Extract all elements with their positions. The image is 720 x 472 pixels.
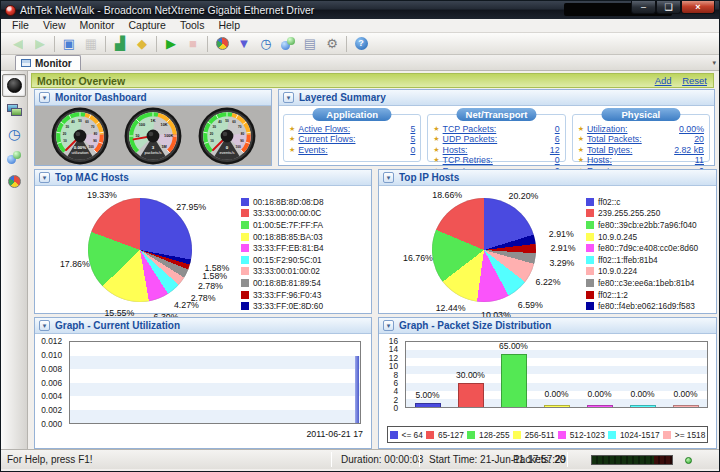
separator — [331, 452, 332, 467]
menu-item-file[interactable]: File — [5, 19, 36, 32]
report-button[interactable]: ▤ — [299, 34, 321, 53]
summary-value: 6 — [555, 134, 560, 144]
back-button[interactable]: ◀ — [7, 34, 29, 53]
y-axis-labels: 1614121086420 — [379, 341, 401, 408]
legend-label: fe80::39cb:e2bb:7a96:f040 — [598, 220, 697, 230]
menu-item-view[interactable]: View — [36, 19, 73, 32]
settings-gear-button[interactable]: ⚙ — [321, 34, 343, 53]
menu-item-monitor[interactable]: Monitor — [73, 19, 122, 32]
sidebar-options-balls-button[interactable] — [2, 146, 26, 169]
panel-header: ▾ Graph - Current Utilization — [35, 318, 371, 334]
summary-link[interactable]: Hosts: — [443, 145, 468, 155]
x-axis-label: 2011-06-21 17 — [306, 429, 363, 439]
forward-button[interactable]: ▶ — [29, 34, 51, 53]
statistics-pie-button[interactable] — [211, 34, 233, 53]
pie-slice-label: 20.20% — [509, 191, 539, 201]
legend-item: 33:33:00:00:00:0C — [241, 208, 367, 220]
scheduler-clock-button[interactable]: ◷ — [255, 34, 277, 53]
pie-slice-label: 17.86% — [60, 259, 90, 269]
summary-value: 0.00% — [679, 124, 704, 134]
star-bullet-icon: ★ — [433, 145, 439, 155]
pie-plot: 27.95%1.58%1.58%2.78%2.78%4.27%6.30%15.5… — [35, 186, 245, 314]
legend-item: <= 64 — [390, 429, 423, 441]
bar-value-label: 30.00% — [456, 370, 485, 380]
export-chart-button[interactable]: ▟ — [109, 34, 131, 53]
save-button[interactable]: ▦ — [80, 34, 102, 53]
menu-item-tools[interactable]: Tools — [173, 19, 212, 32]
export-chart-icon: ▟ — [115, 37, 125, 50]
summary-link[interactable]: Current Flows: — [298, 134, 355, 144]
options-balls-button[interactable] — [277, 34, 299, 53]
legend-swatch — [586, 291, 594, 299]
summary-link[interactable]: Total Packets: — [587, 134, 642, 144]
minimize-button[interactable]: – — [631, 1, 656, 14]
legend-item: fe80::c3e:ee6a:1beb:81b4 — [586, 277, 712, 289]
collapse-icon[interactable]: ▾ — [39, 172, 50, 183]
sidebar-clock-button[interactable]: ◷ — [2, 122, 26, 145]
legend-item: fe80::7d9c:e408:cc0e:8d60 — [586, 242, 712, 254]
status-help-text: For Help, press F1! — [7, 454, 93, 465]
bar-1518 — [673, 405, 699, 407]
summary-link[interactable]: TCP Retries: — [443, 155, 493, 165]
collapse-icon[interactable]: ▾ — [283, 92, 294, 103]
summary-column-header: Physical — [601, 108, 680, 121]
legend-item: 00:15:F2:90:5C:01 — [241, 254, 367, 266]
legend-label: 512-1023 — [570, 430, 605, 440]
legend-swatch — [241, 233, 249, 241]
svg-text:100: 100 — [139, 123, 145, 127]
summary-link[interactable]: Hosts: — [587, 155, 612, 165]
collapse-icon[interactable]: ▾ — [39, 320, 50, 331]
legend-swatch — [241, 267, 249, 275]
tab-scroll-arrow-icon[interactable]: ▾ — [712, 59, 716, 67]
legend-swatch — [241, 256, 249, 264]
open-folder-button[interactable]: ▣ — [58, 34, 80, 53]
stop-capture-button[interactable]: ■ — [182, 34, 204, 53]
sidebar-layers-button[interactable] — [2, 98, 26, 121]
title-bar: AthTek NetWalk - Broadcom NetXtreme Giga… — [1, 1, 719, 19]
window-title: AthTek NetWalk - Broadcom NetXtreme Giga… — [20, 4, 314, 16]
svg-text:70: 70 — [237, 124, 241, 128]
collapse-icon[interactable]: ▾ — [39, 92, 50, 103]
clean-brush-button[interactable]: ◆ — [131, 34, 153, 53]
summary-link[interactable]: Events: — [298, 145, 327, 155]
svg-text:10K: 10K — [161, 123, 168, 127]
bar-10241517 — [630, 405, 656, 407]
reset-link[interactable]: Reset — [682, 75, 707, 86]
star-bullet-icon: ★ — [578, 134, 584, 144]
summary-link[interactable]: UDP Packets: — [443, 134, 498, 144]
packet-size-chart: 1614121086420 5.00%30.00%65.00%0.00%0.00… — [379, 334, 716, 448]
tab-monitor-label: Monitor — [35, 58, 72, 69]
collapse-icon[interactable]: ▾ — [383, 320, 394, 331]
sidebar-dashboard-gauge-button[interactable] — [2, 74, 26, 97]
status-duration: Duration: 00:00:03 — [341, 454, 423, 465]
menu-item-help[interactable]: Help — [211, 19, 247, 32]
summary-link[interactable]: Active Flows: — [298, 124, 350, 134]
tab-monitor[interactable]: Monitor — [15, 55, 81, 70]
legend-swatch — [586, 244, 594, 252]
start-capture-button[interactable]: ▶ — [160, 34, 182, 53]
legend-swatch — [663, 431, 671, 439]
report-icon: ▤ — [304, 37, 316, 50]
sidebar-pie-chart-button[interactable] — [2, 170, 26, 193]
maximize-button[interactable]: ❑ — [656, 1, 681, 14]
summary-link[interactable]: Total Bytes: — [587, 145, 632, 155]
collapse-icon[interactable]: ▾ — [383, 172, 394, 183]
panel-header: ▾ Layered Summary — [279, 90, 714, 106]
menu-item-capture[interactable]: Capture — [122, 19, 173, 32]
svg-text:40: 40 — [71, 120, 75, 124]
y-tick-label: 0.006 — [41, 378, 62, 388]
add-link[interactable]: Add — [655, 75, 672, 86]
y-tick-label: 0.010 — [41, 350, 62, 360]
bar-slot: 0.00% — [578, 342, 621, 407]
close-button[interactable]: × — [681, 1, 715, 14]
stop-capture-icon: ■ — [189, 37, 197, 50]
legend-item: fe80::f4eb:e062:16d9:f583 — [586, 300, 712, 312]
filter-funnel-button[interactable]: ▼ — [233, 34, 255, 53]
summary-link[interactable]: Utilization: — [587, 124, 628, 134]
summary-row: ★UDP Packets:6 — [433, 134, 559, 144]
help-button[interactable]: ? — [350, 34, 372, 53]
legend-label: 33:33:00:01:00:02 — [253, 266, 320, 276]
svg-text:0.00%: 0.00% — [73, 145, 86, 150]
summary-link[interactable]: TCP Packets: — [443, 124, 497, 134]
bar-65127 — [458, 383, 484, 407]
